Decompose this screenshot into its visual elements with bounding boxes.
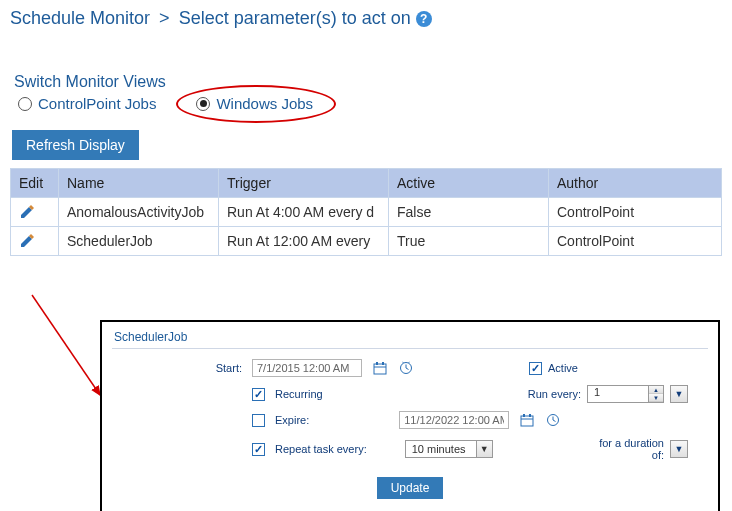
col-active: Active xyxy=(389,169,549,198)
breadcrumb-sep: > xyxy=(159,8,170,28)
col-author: Author xyxy=(549,169,722,198)
cell-author: ControlPoint xyxy=(549,198,722,227)
help-icon[interactable]: ? xyxy=(416,11,432,27)
cell-active: True xyxy=(389,227,549,256)
breadcrumb: Schedule Monitor > Select parameter(s) t… xyxy=(0,0,732,33)
col-edit: Edit xyxy=(11,169,59,198)
cell-name: SchedulerJob xyxy=(59,227,219,256)
section-title: Switch Monitor Views xyxy=(0,33,732,93)
col-name: Name xyxy=(59,169,219,198)
table-row: AnomalousActivityJob Run At 4:00 AM ever… xyxy=(11,198,722,227)
radio-label: ControlPoint Jobs xyxy=(38,95,156,112)
radio-windows-jobs[interactable]: Windows Jobs xyxy=(196,95,313,112)
edit-pencil-icon[interactable] xyxy=(19,233,50,249)
breadcrumb-root[interactable]: Schedule Monitor xyxy=(10,8,150,28)
radio-label: Windows Jobs xyxy=(216,95,313,112)
table-row: SchedulerJob Run At 12:00 AM every True … xyxy=(11,227,722,256)
jobs-grid: Edit Name Trigger Active Author Anomalou… xyxy=(10,168,722,256)
col-trigger: Trigger xyxy=(219,169,389,198)
cell-author: ControlPoint xyxy=(549,227,722,256)
edit-pencil-icon[interactable] xyxy=(19,204,50,220)
radio-controlpoint-jobs[interactable]: ControlPoint Jobs xyxy=(18,95,156,112)
refresh-display-button[interactable]: Refresh Display xyxy=(12,130,139,160)
cell-active: False xyxy=(389,198,549,227)
cell-trigger: Run At 12:00 AM every xyxy=(219,227,389,256)
cell-name: AnomalousActivityJob xyxy=(59,198,219,227)
monitor-view-radios: ControlPoint Jobs Windows Jobs xyxy=(0,93,732,122)
breadcrumb-current: Select parameter(s) to act on xyxy=(179,8,411,28)
cell-trigger: Run At 4:00 AM every d xyxy=(219,198,389,227)
